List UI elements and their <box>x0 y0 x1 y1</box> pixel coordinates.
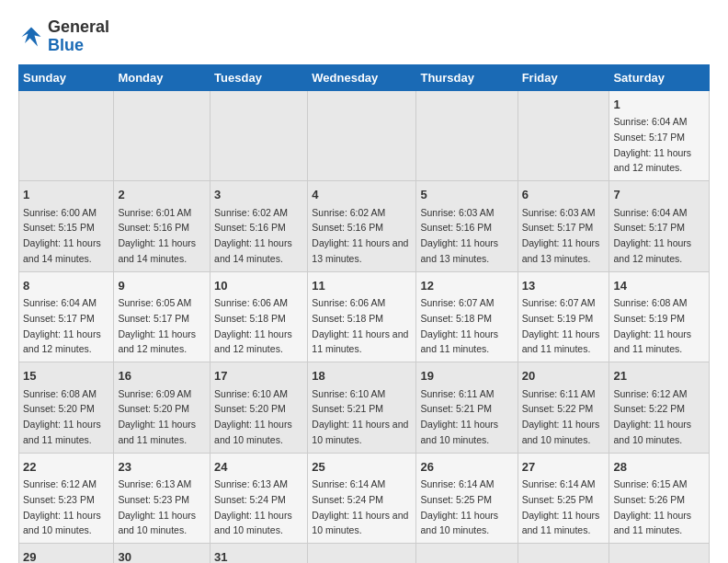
calendar-cell: 25 Sunrise: 6:14 AMSunset: 5:24 PMDaylig… <box>308 453 416 544</box>
calendar-cell <box>210 90 308 181</box>
day-number: 4 <box>312 186 412 204</box>
day-info: Sunrise: 6:10 AMSunset: 5:21 PMDaylight:… <box>312 388 408 445</box>
calendar-week-6: 29 Sunrise: 6:15 AMSunset: 5:27 PMDaylig… <box>19 544 710 563</box>
column-header-sunday: Sunday <box>19 64 114 90</box>
day-info: Sunrise: 6:07 AMSunset: 5:19 PMDaylight:… <box>522 297 600 354</box>
day-number: 10 <box>214 277 303 295</box>
calendar-cell: 21 Sunrise: 6:12 AMSunset: 5:22 PMDaylig… <box>609 362 710 454</box>
calendar-cell <box>518 90 609 181</box>
day-number: 28 <box>613 458 705 477</box>
day-info: Sunrise: 6:10 AMSunset: 5:20 PMDaylight:… <box>214 388 292 445</box>
calendar-cell <box>609 544 710 563</box>
calendar-cell <box>114 90 210 181</box>
calendar-cell: 31 Sunrise: 6:16 AMSunset: 5:28 PMDaylig… <box>210 544 308 563</box>
day-number: 14 <box>613 277 705 295</box>
day-number: 19 <box>420 367 513 385</box>
day-number: 18 <box>312 367 412 385</box>
calendar-header: SundayMondayTuesdayWednesdayThursdayFrid… <box>19 64 710 90</box>
day-number: 7 <box>613 186 705 204</box>
day-info: Sunrise: 6:06 AMSunset: 5:18 PMDaylight:… <box>214 297 292 354</box>
day-number: 5 <box>420 186 513 204</box>
column-header-saturday: Saturday <box>609 64 710 90</box>
day-number: 29 <box>23 548 109 563</box>
day-info: Sunrise: 6:07 AMSunset: 5:18 PMDaylight:… <box>420 297 498 354</box>
day-info: Sunrise: 6:02 AMSunset: 5:16 PMDaylight:… <box>312 207 408 264</box>
day-number: 1 <box>23 186 109 204</box>
calendar-cell: 16 Sunrise: 6:09 AMSunset: 5:20 PMDaylig… <box>114 362 210 454</box>
day-number: 22 <box>23 458 109 477</box>
day-number: 8 <box>23 277 109 295</box>
day-info: Sunrise: 6:03 AMSunset: 5:17 PMDaylight:… <box>522 207 600 264</box>
day-number: 17 <box>214 367 303 385</box>
calendar-cell <box>308 544 416 563</box>
calendar-cell: 18 Sunrise: 6:10 AMSunset: 5:21 PMDaylig… <box>308 362 416 454</box>
day-number: 26 <box>420 458 513 477</box>
logo: GeneralBlue <box>18 18 109 55</box>
calendar-cell: 10 Sunrise: 6:06 AMSunset: 5:18 PMDaylig… <box>210 271 308 362</box>
calendar-week-3: 8 Sunrise: 6:04 AMSunset: 5:17 PMDayligh… <box>19 271 710 362</box>
calendar-cell: 8 Sunrise: 6:04 AMSunset: 5:17 PMDayligh… <box>19 271 114 362</box>
calendar-cell: 30 Sunrise: 6:16 AMSunset: 5:27 PMDaylig… <box>114 544 210 563</box>
calendar-cell: 27 Sunrise: 6:14 AMSunset: 5:25 PMDaylig… <box>518 453 609 544</box>
day-info: Sunrise: 6:05 AMSunset: 5:17 PMDaylight:… <box>118 297 196 354</box>
day-number: 27 <box>522 458 606 477</box>
calendar-cell: 20 Sunrise: 6:11 AMSunset: 5:22 PMDaylig… <box>518 362 609 454</box>
calendar-cell: 4 Sunrise: 6:02 AMSunset: 5:16 PMDayligh… <box>308 181 416 272</box>
calendar-week-1: 1 Sunrise: 6:04 AMSunset: 5:17 PMDayligh… <box>19 90 710 181</box>
day-number: 20 <box>522 367 606 385</box>
calendar-cell <box>308 90 416 181</box>
calendar-cell: 24 Sunrise: 6:13 AMSunset: 5:24 PMDaylig… <box>210 453 308 544</box>
calendar-cell: 22 Sunrise: 6:12 AMSunset: 5:23 PMDaylig… <box>19 453 114 544</box>
calendar-table: SundayMondayTuesdayWednesdayThursdayFrid… <box>18 64 710 563</box>
column-header-wednesday: Wednesday <box>308 64 416 90</box>
day-info: Sunrise: 6:12 AMSunset: 5:22 PMDaylight:… <box>613 388 691 445</box>
calendar-cell: 29 Sunrise: 6:15 AMSunset: 5:27 PMDaylig… <box>19 544 114 563</box>
day-info: Sunrise: 6:08 AMSunset: 5:20 PMDaylight:… <box>23 388 101 445</box>
day-number: 31 <box>214 548 303 563</box>
calendar-cell: 7 Sunrise: 6:04 AMSunset: 5:17 PMDayligh… <box>609 181 710 272</box>
day-info: Sunrise: 6:14 AMSunset: 5:25 PMDaylight:… <box>522 478 600 535</box>
day-number: 21 <box>613 367 705 385</box>
day-info: Sunrise: 6:00 AMSunset: 5:15 PMDaylight:… <box>23 207 101 264</box>
day-number: 16 <box>118 367 206 385</box>
day-number: 11 <box>312 277 412 295</box>
calendar-cell: 3 Sunrise: 6:02 AMSunset: 5:16 PMDayligh… <box>210 181 308 272</box>
day-number: 15 <box>23 367 109 385</box>
day-number: 1 <box>613 96 705 114</box>
svg-marker-0 <box>22 27 41 46</box>
day-info: Sunrise: 6:14 AMSunset: 5:25 PMDaylight:… <box>420 478 498 535</box>
day-number: 23 <box>118 458 206 477</box>
day-number: 13 <box>522 277 606 295</box>
day-info: Sunrise: 6:13 AMSunset: 5:24 PMDaylight:… <box>214 478 292 535</box>
calendar-cell: 17 Sunrise: 6:10 AMSunset: 5:20 PMDaylig… <box>210 362 308 454</box>
calendar-cell: 23 Sunrise: 6:13 AMSunset: 5:23 PMDaylig… <box>114 453 210 544</box>
day-info: Sunrise: 6:09 AMSunset: 5:20 PMDaylight:… <box>118 388 196 445</box>
page-header: GeneralBlue <box>18 18 710 55</box>
calendar-cell: 2 Sunrise: 6:01 AMSunset: 5:16 PMDayligh… <box>114 181 210 272</box>
calendar-cell <box>518 544 609 563</box>
calendar-cell: 5 Sunrise: 6:03 AMSunset: 5:16 PMDayligh… <box>416 181 518 272</box>
day-number: 24 <box>214 458 303 477</box>
calendar-cell: 9 Sunrise: 6:05 AMSunset: 5:17 PMDayligh… <box>114 271 210 362</box>
day-info: Sunrise: 6:08 AMSunset: 5:19 PMDaylight:… <box>613 297 691 354</box>
day-info: Sunrise: 6:03 AMSunset: 5:16 PMDaylight:… <box>420 207 498 264</box>
calendar-cell: 12 Sunrise: 6:07 AMSunset: 5:18 PMDaylig… <box>416 271 518 362</box>
day-info: Sunrise: 6:02 AMSunset: 5:16 PMDaylight:… <box>214 207 292 264</box>
calendar-week-4: 15 Sunrise: 6:08 AMSunset: 5:20 PMDaylig… <box>19 362 710 454</box>
column-header-monday: Monday <box>114 64 210 90</box>
day-number: 6 <box>522 186 606 204</box>
calendar-week-5: 22 Sunrise: 6:12 AMSunset: 5:23 PMDaylig… <box>19 453 710 544</box>
calendar-cell: 19 Sunrise: 6:11 AMSunset: 5:21 PMDaylig… <box>416 362 518 454</box>
day-number: 2 <box>118 186 206 204</box>
calendar-cell: 14 Sunrise: 6:08 AMSunset: 5:19 PMDaylig… <box>609 271 710 362</box>
day-info: Sunrise: 6:04 AMSunset: 5:17 PMDaylight:… <box>23 297 101 354</box>
calendar-cell <box>19 90 114 181</box>
day-info: Sunrise: 6:13 AMSunset: 5:23 PMDaylight:… <box>118 478 196 535</box>
day-info: Sunrise: 6:14 AMSunset: 5:24 PMDaylight:… <box>312 478 408 535</box>
day-info: Sunrise: 6:11 AMSunset: 5:22 PMDaylight:… <box>522 388 600 445</box>
day-info: Sunrise: 6:15 AMSunset: 5:26 PMDaylight:… <box>613 478 691 535</box>
day-number: 25 <box>312 458 412 477</box>
calendar-cell: 1 Sunrise: 6:04 AMSunset: 5:17 PMDayligh… <box>609 90 710 181</box>
day-info: Sunrise: 6:04 AMSunset: 5:17 PMDaylight:… <box>613 116 691 173</box>
calendar-cell <box>416 544 518 563</box>
